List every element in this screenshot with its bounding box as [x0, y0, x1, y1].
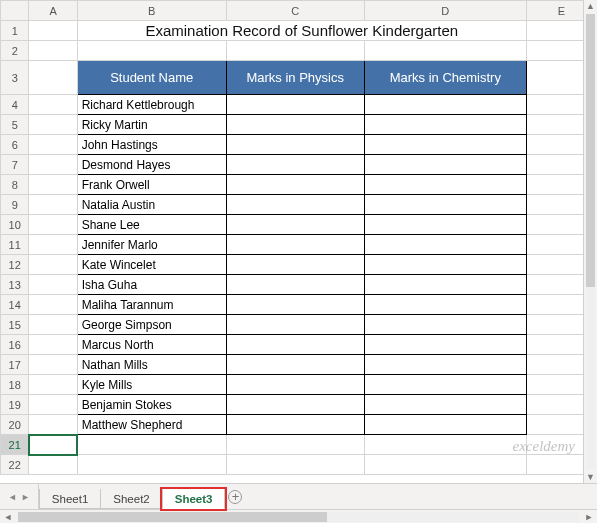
cell-C20[interactable]: [226, 415, 364, 435]
cell-D6[interactable]: [364, 135, 526, 155]
cell-C12[interactable]: [226, 255, 364, 275]
cell-D10[interactable]: [364, 215, 526, 235]
cell-D9[interactable]: [364, 195, 526, 215]
cell-D11[interactable]: [364, 235, 526, 255]
row-header[interactable]: 10: [1, 215, 29, 235]
row-header[interactable]: 12: [1, 255, 29, 275]
cell-D19[interactable]: [364, 395, 526, 415]
cell-D8[interactable]: [364, 175, 526, 195]
cell-A7[interactable]: [29, 155, 77, 175]
cell-C22[interactable]: [226, 455, 364, 475]
column-header[interactable]: D: [364, 1, 526, 21]
cell-A14[interactable]: [29, 295, 77, 315]
cell-A3[interactable]: [29, 61, 77, 95]
cell-B16[interactable]: Marcus North: [77, 335, 226, 355]
scroll-right-icon[interactable]: ►: [581, 512, 597, 522]
row-header[interactable]: 15: [1, 315, 29, 335]
cell-B6[interactable]: John Hastings: [77, 135, 226, 155]
horizontal-scrollbar[interactable]: ◄ ►: [0, 509, 597, 523]
cell-A9[interactable]: [29, 195, 77, 215]
cell-B22[interactable]: [77, 455, 226, 475]
row-header[interactable]: 5: [1, 115, 29, 135]
cell-A19[interactable]: [29, 395, 77, 415]
row-header[interactable]: 22: [1, 455, 29, 475]
row-header[interactable]: 11: [1, 235, 29, 255]
cell-C4[interactable]: [226, 95, 364, 115]
cell-D4[interactable]: [364, 95, 526, 115]
cell-B21[interactable]: [77, 435, 226, 455]
cell-A21[interactable]: [29, 435, 77, 455]
cell-C6[interactable]: [226, 135, 364, 155]
cell-A22[interactable]: [29, 455, 77, 475]
row-header[interactable]: 2: [1, 41, 29, 61]
select-all-corner[interactable]: [1, 1, 29, 21]
sheet-tab-sheet3[interactable]: Sheet3: [162, 489, 226, 509]
cell-D20[interactable]: [364, 415, 526, 435]
cell-A17[interactable]: [29, 355, 77, 375]
vertical-scrollbar[interactable]: ▲ ▼: [583, 0, 597, 483]
tab-nav-prev-icon[interactable]: ◄: [8, 492, 17, 502]
cell-B14[interactable]: Maliha Tarannum: [77, 295, 226, 315]
cell-D21[interactable]: [364, 435, 526, 455]
cell-A4[interactable]: [29, 95, 77, 115]
add-sheet-button[interactable]: +: [224, 484, 246, 509]
cell-A13[interactable]: [29, 275, 77, 295]
cell-B2[interactable]: [77, 41, 226, 61]
cell-B4[interactable]: Richard Kettlebrough: [77, 95, 226, 115]
cell-B12[interactable]: Kate Wincelet: [77, 255, 226, 275]
cell-B17[interactable]: Nathan Mills: [77, 355, 226, 375]
cell-C9[interactable]: [226, 195, 364, 215]
cell-A10[interactable]: [29, 215, 77, 235]
cell-C11[interactable]: [226, 235, 364, 255]
column-header[interactable]: C: [226, 1, 364, 21]
cell-C13[interactable]: [226, 275, 364, 295]
cell-A6[interactable]: [29, 135, 77, 155]
cell-C10[interactable]: [226, 215, 364, 235]
row-header[interactable]: 6: [1, 135, 29, 155]
cell-D2[interactable]: [364, 41, 526, 61]
cell-D14[interactable]: [364, 295, 526, 315]
cell-B18[interactable]: Kyle Mills: [77, 375, 226, 395]
row-header[interactable]: 8: [1, 175, 29, 195]
row-header[interactable]: 4: [1, 95, 29, 115]
cell-D18[interactable]: [364, 375, 526, 395]
cell-C14[interactable]: [226, 295, 364, 315]
cell-C2[interactable]: [226, 41, 364, 61]
cell-B19[interactable]: Benjamin Stokes: [77, 395, 226, 415]
cell-B9[interactable]: Natalia Austin: [77, 195, 226, 215]
cell-B15[interactable]: George Simpson: [77, 315, 226, 335]
row-header[interactable]: 16: [1, 335, 29, 355]
cell-A15[interactable]: [29, 315, 77, 335]
vscroll-thumb[interactable]: [586, 14, 595, 287]
scroll-left-icon[interactable]: ◄: [0, 512, 16, 522]
hscroll-thumb[interactable]: [18, 512, 327, 522]
column-header[interactable]: B: [77, 1, 226, 21]
cell-A12[interactable]: [29, 255, 77, 275]
cell-C15[interactable]: [226, 315, 364, 335]
scroll-up-icon[interactable]: ▲: [584, 1, 597, 11]
cell-C21[interactable]: [226, 435, 364, 455]
column-header[interactable]: A: [29, 1, 77, 21]
cell-C7[interactable]: [226, 155, 364, 175]
cell-B11[interactable]: Jennifer Marlo: [77, 235, 226, 255]
cell-A18[interactable]: [29, 375, 77, 395]
cell-A5[interactable]: [29, 115, 77, 135]
cell-B10[interactable]: Shane Lee: [77, 215, 226, 235]
worksheet-grid[interactable]: ABCDE1Examination Record of Sunflower Ki…: [0, 0, 597, 483]
row-header[interactable]: 21: [1, 435, 29, 455]
cell-B1[interactable]: Examination Record of Sunflower Kinderga…: [77, 21, 526, 41]
cell-A8[interactable]: [29, 175, 77, 195]
cell-D16[interactable]: [364, 335, 526, 355]
cell-B8[interactable]: Frank Orwell: [77, 175, 226, 195]
row-header[interactable]: 19: [1, 395, 29, 415]
cell-D17[interactable]: [364, 355, 526, 375]
cell-C8[interactable]: [226, 175, 364, 195]
row-header[interactable]: 9: [1, 195, 29, 215]
cell-D7[interactable]: [364, 155, 526, 175]
cell-A1[interactable]: [29, 21, 77, 41]
cell-D5[interactable]: [364, 115, 526, 135]
row-header[interactable]: 14: [1, 295, 29, 315]
cell-C19[interactable]: [226, 395, 364, 415]
row-header[interactable]: 13: [1, 275, 29, 295]
cell-C3[interactable]: Marks in Physics: [226, 61, 364, 95]
